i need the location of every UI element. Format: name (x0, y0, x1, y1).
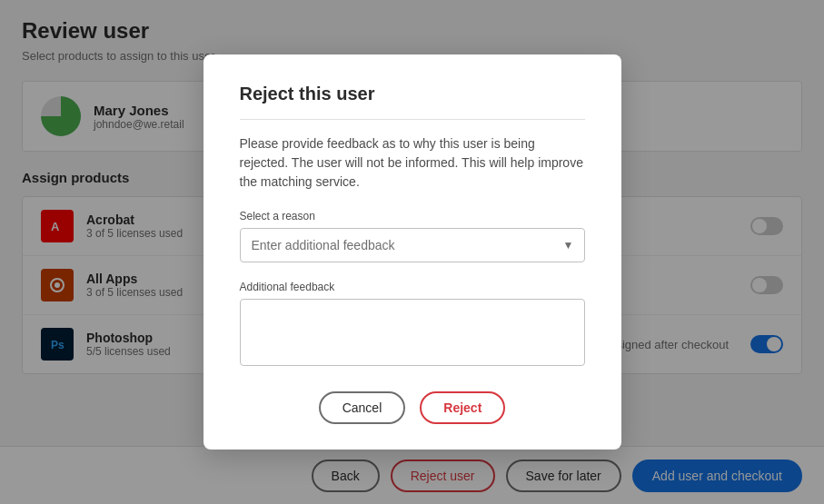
select-reason-label: Select a reason (240, 210, 585, 222)
reject-user-modal: Reject this user Please provide feedback… (204, 54, 621, 450)
reject-button[interactable]: Reject (420, 391, 505, 424)
cancel-button[interactable]: Cancel (319, 391, 406, 424)
modal-title: Reject this user (240, 84, 585, 120)
modal-description: Please provide feedback as to why this u… (240, 134, 585, 192)
modal-overlay: Reject this user Please provide feedback… (0, 0, 824, 504)
select-wrapper: Enter additional feedback ▼ (240, 228, 585, 262)
feedback-textarea[interactable] (240, 299, 585, 366)
modal-actions: Cancel Reject (240, 391, 585, 424)
feedback-label: Additional feedback (240, 281, 585, 293)
reason-select[interactable]: Enter additional feedback (240, 228, 585, 262)
